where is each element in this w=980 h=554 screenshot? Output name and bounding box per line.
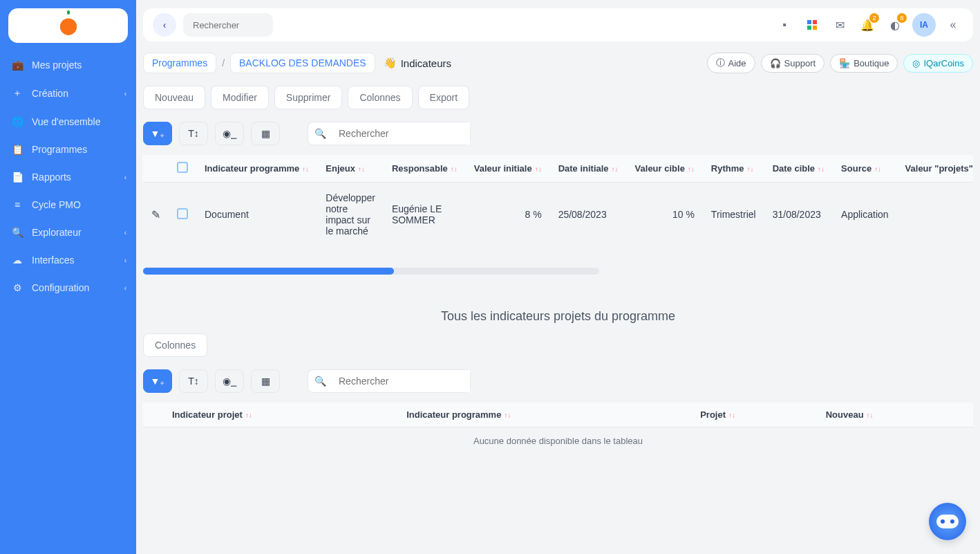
col-responsable[interactable]: Responsable↑↓ [384, 155, 466, 183]
text-size-button[interactable]: T↕ [179, 122, 208, 145]
nav-vue-ensemble[interactable]: 🌐 Vue d'ensemble [0, 108, 136, 136]
col-valeur-projets[interactable]: Valeur "projets"↑↓ [897, 155, 973, 183]
global-search-input[interactable] [183, 13, 273, 37]
chat-icon[interactable]: ▪ [774, 15, 795, 35]
breadcrumb-programmes[interactable]: Programmes [143, 53, 216, 73]
chatbot-button[interactable] [929, 503, 966, 540]
colonnes-button[interactable]: Colonnes [348, 86, 412, 109]
supprimer-button[interactable]: Supprimer [274, 86, 343, 109]
help-icon: ⓘ [716, 57, 725, 69]
select-all-checkbox[interactable] [177, 162, 188, 173]
table-view-button[interactable]: ▦ [251, 122, 280, 145]
notifications-icon[interactable]: 🔔 2 [857, 15, 878, 35]
toggle-button[interactable]: ◉⎯ [215, 122, 244, 145]
chevron-left-icon: ‹ [124, 257, 126, 264]
breadcrumb-backlog[interactable]: BACKLOG DES DEMANDES [230, 53, 375, 73]
filter-add-button[interactable]: ▼₊ [143, 122, 172, 145]
col-valeur-initiale[interactable]: Valeur initiale↑↓ [466, 155, 550, 183]
sort-icon: ↑↓ [728, 412, 735, 419]
nav-explorateur[interactable]: 🔍 Explorateur ‹ [0, 219, 136, 246]
col-enjeux[interactable]: Enjeux↑↓ [317, 155, 384, 183]
help-aide[interactable]: ⓘ Aide [707, 53, 755, 73]
breadcrumb-current: 👋 Indicateurs [384, 57, 451, 69]
col-indicateur-programme-2[interactable]: Indicateur programme↑↓ [398, 403, 692, 427]
cell-date-cible: 31/08/2023 [764, 183, 833, 247]
help-iqarcoins[interactable]: ◎ IQarCoins [903, 54, 973, 73]
colonnes-button-2[interactable]: Colonnes [143, 333, 207, 357]
col-source[interactable]: Source↑↓ [833, 155, 897, 183]
headset-icon: 🎧 [770, 58, 781, 68]
logo[interactable] [8, 8, 128, 43]
document-icon: 📄 [11, 172, 23, 183]
cell-responsable: Eugénie LE SOMMER [384, 183, 466, 247]
nav-label: Cycle PMO [32, 199, 81, 210]
col-date-initiale[interactable]: Date initiale↑↓ [550, 155, 627, 183]
section-title: Tous les indicateurs projets du programm… [143, 309, 973, 324]
nav-label: Vue d'ensemble [32, 116, 100, 127]
action-bar: Nouveau Modifier Supprimer Colonnes Expo… [143, 86, 973, 109]
apps-icon[interactable] [802, 15, 822, 35]
nav-mes-projets[interactable]: 💼 Mes projets [0, 51, 136, 79]
search-icon: 🔍 [11, 227, 23, 238]
nav-cycle-pmo[interactable]: ≡ Cycle PMO [0, 191, 136, 219]
sort-icon: ↑↓ [867, 412, 874, 419]
sort-icon: ↑↓ [451, 165, 458, 173]
nav-interfaces[interactable]: ☁ Interfaces ‹ [0, 246, 136, 274]
nav-creation[interactable]: ＋ Création ‹ [0, 79, 136, 108]
breadcrumb-sep: / [222, 57, 225, 68]
mail-icon[interactable]: ✉ [829, 15, 850, 35]
col-date-cible[interactable]: Date cible↑↓ [764, 155, 833, 183]
chevron-left-icon: ‹ [124, 284, 126, 292]
back-button[interactable]: ‹ [153, 13, 176, 37]
table-view-button[interactable]: ▦ [251, 369, 280, 393]
table2-search-wrap: 🔍 [308, 369, 471, 393]
sort-icon: ↑↓ [612, 165, 619, 173]
coin-icon: ◎ [912, 58, 920, 68]
collapse-icon[interactable]: « [943, 15, 963, 35]
nav-programmes[interactable]: 📋 Programmes [0, 136, 136, 163]
cell-valeur-cible: 10 % [627, 183, 703, 247]
modifier-button[interactable]: Modifier [211, 86, 269, 109]
filter-add-button[interactable]: ▼₊ [143, 369, 172, 393]
col-rythme[interactable]: Rythme↑↓ [703, 155, 764, 183]
topbar: ‹ ▪ ✉ 🔔 2 ◐ 8 IA « [143, 8, 973, 41]
filter-plus-icon: ▼₊ [151, 128, 165, 139]
horizontal-scrollbar[interactable] [143, 268, 599, 275]
table-search-input[interactable] [332, 122, 470, 145]
sort-icon: ↑↓ [688, 165, 695, 173]
export-button[interactable]: Export [418, 86, 469, 109]
cell-enjeux: Développer notre impact sur le marché [317, 183, 384, 247]
col-projet[interactable]: Projet↑↓ [692, 403, 818, 427]
table2-toolbar: ▼₊ T↕ ◉⎯ ▦ 🔍 [143, 369, 973, 393]
search-icon: 🔍 [308, 376, 332, 387]
col-nouveau[interactable]: Nouveau↑↓ [818, 403, 973, 427]
cell-rythme: Trimestriel [703, 183, 764, 247]
col-indicateur-programme[interactable]: Indicateur programme↑↓ [196, 155, 317, 183]
toggle-button[interactable]: ◉⎯ [215, 369, 244, 393]
pill-label: Support [784, 58, 816, 68]
cell-valeur-projets [897, 183, 973, 247]
text-size-button[interactable]: T↕ [179, 369, 208, 393]
help-boutique[interactable]: 🏪 Boutique [830, 54, 898, 73]
globe-icon: 🌐 [11, 116, 23, 127]
toggle-icon: ◉⎯ [223, 376, 236, 387]
nav-configuration[interactable]: ⚙ Configuration ‹ [0, 274, 136, 302]
edit-icon[interactable]: ✎ [151, 209, 160, 221]
nouveau-button[interactable]: Nouveau [143, 86, 205, 109]
cloud-icon: ☁ [11, 255, 23, 266]
row-checkbox[interactable] [177, 208, 188, 219]
main-content: ‹ ▪ ✉ 🔔 2 ◐ 8 IA « Programmes / BACKLOG … [136, 0, 980, 554]
table-row[interactable]: ✎ Document Développer notre impact sur l… [143, 183, 973, 247]
help-support[interactable]: 🎧 Support [761, 54, 825, 73]
nav-label: Interfaces [32, 255, 74, 266]
plus-icon: ＋ [11, 87, 23, 100]
col-valeur-cible[interactable]: Valeur cible↑↓ [627, 155, 703, 183]
scrollbar-thumb[interactable] [143, 268, 394, 275]
avatar[interactable]: IA [912, 13, 936, 37]
nav-label: Mes projets [32, 59, 82, 71]
theme-icon[interactable]: ◐ 8 [885, 15, 905, 35]
toggle-icon: ◉⎯ [223, 128, 236, 139]
table2-search-input[interactable] [332, 370, 470, 392]
nav-rapports[interactable]: 📄 Rapports ‹ [0, 163, 136, 191]
col-indicateur-projet[interactable]: Indicateur projet↑↓ [164, 403, 398, 427]
